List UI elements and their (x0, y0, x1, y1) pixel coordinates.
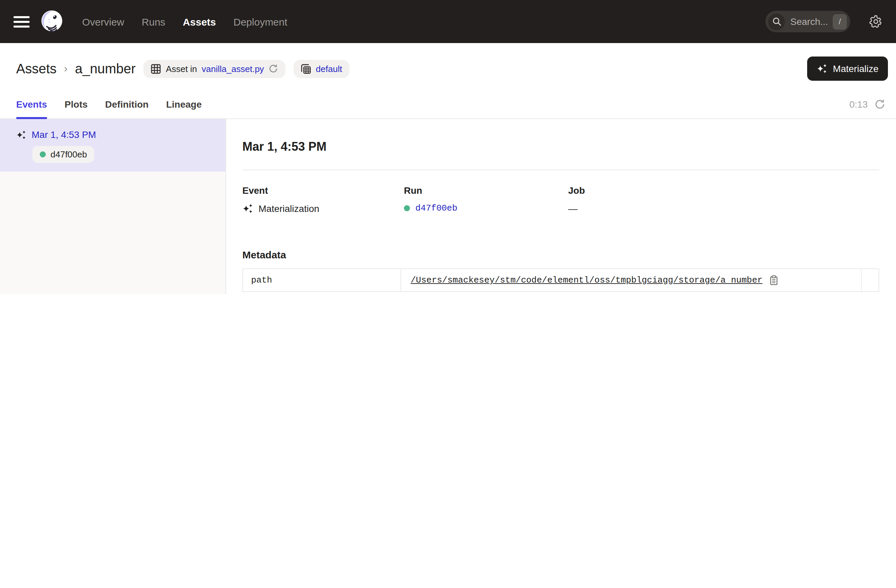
materialize-button-label: Materialize (833, 63, 879, 74)
run-status-dot (40, 151, 46, 157)
asset-group-icon (301, 64, 311, 74)
event-type-value: Materialization (259, 203, 319, 214)
breadcrumb-assets-link[interactable]: Assets (16, 61, 56, 76)
job-column: Job — (568, 185, 879, 214)
tab-lineage[interactable]: Lineage (166, 90, 202, 119)
search-icon (768, 13, 785, 30)
primary-nav: Overview Runs Assets Deployment (82, 16, 288, 27)
asset-badge-prefix: Asset in (166, 64, 197, 74)
nav-item-deployment[interactable]: Deployment (233, 16, 288, 27)
run-id-chip: d47f00eb (32, 146, 94, 163)
run-column: Run d47f00eb (404, 185, 568, 214)
dagster-logo[interactable] (40, 10, 63, 33)
chevron-right-icon: › (63, 62, 68, 75)
settings-gear-button[interactable] (869, 15, 882, 28)
run-status-dot (404, 205, 410, 211)
metadata-path-link[interactable]: /Users/smackesey/stm/code/elementl/oss/t… (411, 275, 762, 285)
refresh-status: 0:13 (850, 99, 885, 109)
run-column-label: Run (404, 185, 568, 196)
metadata-heading: Metadata (242, 249, 879, 260)
metadata-key: path (243, 269, 401, 291)
search-shortcut-key: / (833, 14, 847, 29)
run-id-label: d47f00eb (50, 149, 87, 160)
copy-icon[interactable] (768, 275, 779, 285)
materialization-sparkle-icon (242, 203, 253, 214)
event-timestamp-link[interactable]: Mar 1, 4:53 PM (32, 129, 96, 140)
tab-plots[interactable]: Plots (65, 90, 87, 119)
tab-definition[interactable]: Definition (105, 90, 148, 119)
reload-definition-icon[interactable] (268, 64, 278, 73)
event-detail-panel: Mar 1, 4:53 PM Event Materialization Run… (226, 119, 896, 294)
event-summary-columns: Event Materialization Run d47f00eb Job (242, 185, 879, 214)
divider (242, 170, 879, 170)
nav-item-assets[interactable]: Assets (183, 16, 216, 27)
table-row: path /Users/smackesey/stm/code/elementl/… (243, 269, 879, 291)
asset-file-link[interactable]: vanilla_asset.py (202, 64, 264, 74)
search-input[interactable] (789, 15, 829, 27)
event-column: Event Materialization (242, 185, 404, 214)
metadata-table: path /Users/smackesey/stm/code/elementl/… (242, 269, 879, 292)
asset-group-link[interactable]: default (316, 64, 342, 74)
materialize-button[interactable]: Materialize (808, 56, 888, 81)
asset-tabs: Events Plots Definition Lineage 0:13 (0, 90, 896, 119)
materialization-sparkle-icon (16, 129, 26, 140)
breadcrumb-current-asset: a_number (75, 61, 136, 76)
metadata-section: Metadata path /Users/smackesey/stm/code/… (242, 249, 879, 292)
job-empty-value: — (568, 203, 578, 214)
event-detail-title: Mar 1, 4:53 PM (242, 140, 879, 154)
tab-events[interactable]: Events (16, 90, 47, 119)
refresh-countdown: 0:13 (850, 99, 868, 109)
run-id-link[interactable]: d47f00eb (415, 203, 457, 213)
search-bar[interactable]: / (765, 11, 850, 32)
breadcrumb: Assets › a_number (16, 61, 136, 76)
asset-group-badge: default (294, 59, 349, 78)
event-list-item[interactable]: Mar 1, 4:53 PM d47f00eb (0, 119, 226, 172)
page-header: Assets › a_number Asset in vanilla_asset… (0, 43, 896, 90)
event-column-label: Event (242, 185, 404, 196)
table-end-cell (861, 269, 879, 291)
event-list-sidebar: Mar 1, 4:53 PM d47f00eb (0, 119, 226, 294)
sparkle-icon (817, 63, 828, 74)
asset-grid-icon (151, 64, 161, 74)
asset-definition-badge: Asset in vanilla_asset.py (144, 59, 286, 78)
job-column-label: Job (568, 185, 879, 196)
main-area: Mar 1, 4:53 PM d47f00eb Mar 1, 4:53 PM E… (0, 119, 896, 294)
menu-icon[interactable] (14, 16, 30, 27)
refresh-icon[interactable] (875, 99, 885, 109)
nav-item-overview[interactable]: Overview (82, 16, 124, 27)
app-window: Overview Runs Assets Deployment / Assets… (0, 0, 896, 294)
nav-item-runs[interactable]: Runs (142, 16, 165, 27)
top-navbar: Overview Runs Assets Deployment / (0, 0, 896, 43)
